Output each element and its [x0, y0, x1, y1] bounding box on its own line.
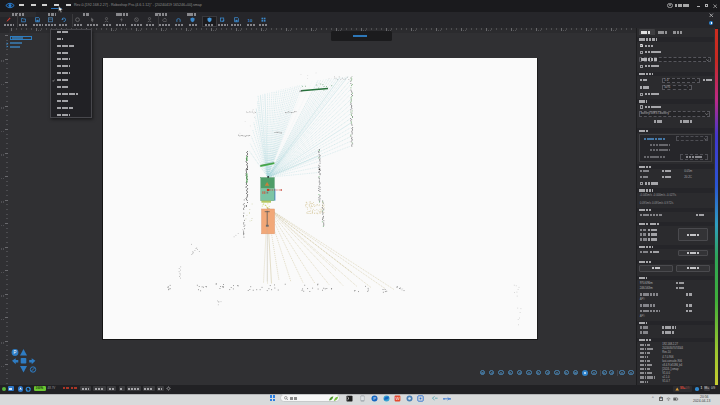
svg-text:P: P: [13, 350, 16, 355]
svg-text:P: P: [373, 396, 376, 401]
